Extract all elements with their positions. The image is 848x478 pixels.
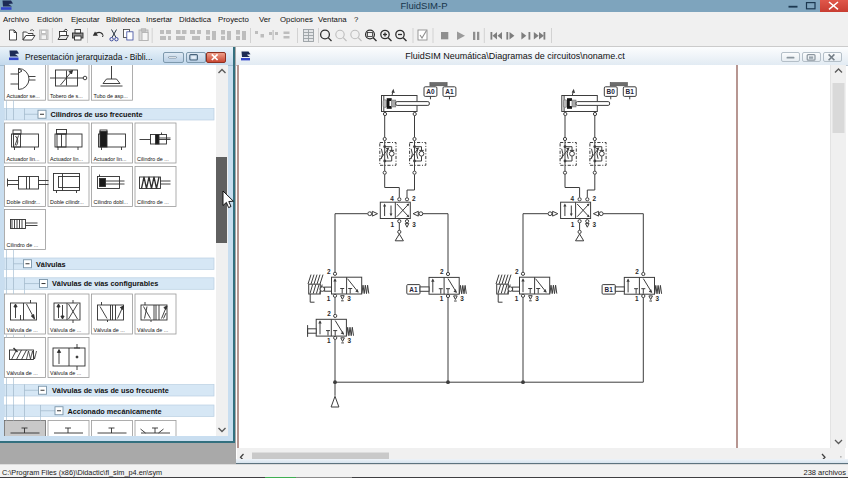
svg-text:B1: B1: [626, 88, 635, 95]
svg-text:Doble cilindr...: Doble cilindr...: [6, 199, 40, 205]
svg-text:1: 1: [327, 295, 331, 302]
svg-text:2: 2: [327, 268, 331, 275]
svg-text:Actuador lin...: Actuador lin...: [93, 156, 126, 162]
svg-text:Tobero de s...: Tobero de s...: [50, 93, 83, 99]
svg-text:Válvula de ...: Válvula de ...: [6, 370, 37, 376]
svg-text:1: 1: [327, 337, 331, 344]
svg-text:Válvulas de vías de uso frecue: Válvulas de vías de uso frecuente: [52, 386, 169, 395]
svg-text:Cilindros de uso frecuente: Cilindros de uso frecuente: [50, 110, 142, 119]
svg-text:3: 3: [412, 221, 416, 228]
svg-text:3: 3: [593, 221, 597, 228]
svg-text:A0: A0: [426, 88, 435, 95]
svg-text:2: 2: [440, 268, 444, 275]
svg-text:1: 1: [391, 221, 395, 228]
svg-text:Actuador lin...: Actuador lin...: [50, 156, 83, 162]
svg-text:1: 1: [515, 295, 519, 302]
svg-text:Válvulas de vías configurables: Válvulas de vías configurables: [52, 279, 158, 288]
svg-text:1: 1: [571, 221, 575, 228]
svg-text:2: 2: [592, 195, 596, 202]
svg-text:1: 1: [635, 295, 639, 302]
svg-text:4: 4: [390, 195, 394, 202]
svg-text:Cilindro de ...: Cilindro de ...: [137, 199, 169, 205]
svg-text:Tubo de asp...: Tubo de asp...: [93, 93, 127, 99]
svg-text:B1: B1: [605, 286, 614, 293]
svg-text:Cilindro de ...: Cilindro de ...: [137, 156, 169, 162]
svg-text:Actuador lin...: Actuador lin...: [6, 156, 39, 162]
svg-text:Válvula de ...: Válvula de ...: [6, 327, 37, 333]
svg-text:3: 3: [656, 295, 660, 302]
svg-text:Válvula de ...: Válvula de ...: [50, 370, 81, 376]
svg-text:2: 2: [635, 268, 639, 275]
svg-text:Cilindro de ...: Cilindro de ...: [6, 242, 38, 248]
svg-text:Actuador se...: Actuador se...: [6, 93, 39, 99]
svg-text:B0: B0: [607, 88, 616, 95]
svg-text:Cilindro dobl...: Cilindro dobl...: [93, 199, 127, 205]
svg-text:Doble cilindr...: Doble cilindr...: [50, 199, 84, 205]
svg-text:Válvula de ...: Válvula de ...: [50, 327, 81, 333]
svg-text:2: 2: [515, 268, 519, 275]
svg-text:2: 2: [327, 310, 331, 317]
svg-text:A1: A1: [445, 88, 454, 95]
svg-text:3: 3: [460, 295, 464, 302]
svg-text:Válvula de ...: Válvula de ...: [137, 327, 168, 333]
svg-text:3: 3: [347, 337, 351, 344]
svg-text:Válvulas: Válvulas: [36, 260, 66, 269]
svg-text:A1: A1: [409, 286, 418, 293]
svg-text:3: 3: [535, 295, 539, 302]
svg-text:3: 3: [347, 295, 351, 302]
svg-text:1: 1: [440, 295, 444, 302]
svg-text:Válvula de ...: Válvula de ...: [93, 327, 124, 333]
svg-text:2: 2: [412, 195, 416, 202]
svg-text:4: 4: [571, 195, 575, 202]
svg-text:Accionado mecánicamente: Accionado mecánicamente: [67, 407, 161, 416]
